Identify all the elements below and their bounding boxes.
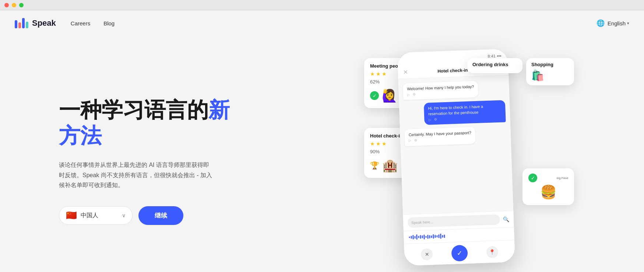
language-selector[interactable]: English ▾ bbox=[608, 20, 629, 26]
nav-links: Careers Blog bbox=[71, 20, 597, 26]
message-1: Welcome! How many I help you today? ▷ ⚙ bbox=[403, 81, 478, 100]
continue-button[interactable]: 继续 bbox=[138, 206, 183, 225]
food-emoji: 🍔 bbox=[528, 185, 568, 200]
phone-screen: 8:41 ▪▪▪ ✕ Hotel check-in Welcome! How m… bbox=[397, 49, 515, 266]
message-3-text: Certainly. May I have your passport? bbox=[409, 130, 472, 137]
chevron-down-icon: ▾ bbox=[627, 21, 629, 26]
mic-button[interactable]: 📍 bbox=[486, 246, 498, 258]
trophy-icon: 🏆 bbox=[370, 161, 379, 170]
ordering-food-card: ✓ ing Food 🍔 bbox=[522, 168, 574, 205]
hero-title: 一种学习语言的新 方法 bbox=[59, 97, 243, 148]
nav-right: 🌐 English ▾ bbox=[597, 19, 629, 27]
hotel-checkin-emoji: 🏨 bbox=[382, 158, 398, 173]
message-1-text: Welcome! How many I help you today? bbox=[407, 84, 474, 91]
check-circle-icon: ✓ bbox=[370, 91, 379, 100]
msg-icon-4: ⚙ bbox=[434, 117, 437, 122]
message-3: Certainly. May I have your passport? ▷ ⚙ bbox=[404, 127, 476, 146]
maximize-button[interactable] bbox=[19, 3, 24, 7]
app-container: Speak Careers Blog 🌐 English ▾ 一种学习语言的新 … bbox=[0, 10, 644, 272]
star-h1: ★ bbox=[370, 141, 375, 147]
phone-area: Meeting people ★ ★ ★ 62% ✓ 🙋‍♀️ Hotel ch… bbox=[349, 29, 644, 272]
accept-button[interactable]: ✓ bbox=[451, 245, 468, 262]
chat-close-icon[interactable]: ✕ bbox=[403, 68, 408, 75]
language-label: English bbox=[608, 20, 626, 26]
hero-title-part1: 一种学习语言的 bbox=[59, 98, 208, 122]
flag-icon: 🇨🇳 bbox=[66, 210, 77, 221]
close-button[interactable] bbox=[4, 3, 9, 7]
logo-bar-3 bbox=[22, 18, 25, 28]
chat-header-title: Hotel check-in bbox=[437, 67, 468, 74]
nav-blog[interactable]: Blog bbox=[103, 20, 115, 26]
hero-title-part2: 新 bbox=[208, 98, 230, 122]
selected-language: 中国人 bbox=[81, 212, 118, 219]
logo[interactable]: Speak bbox=[15, 18, 56, 28]
message-2: Hi, I'm here to check in. I have a reser… bbox=[424, 100, 506, 125]
globe-icon: 🌐 bbox=[597, 19, 605, 27]
message-2-text: Hi, I'm here to check in. I have a reser… bbox=[428, 104, 483, 116]
star-1: ★ bbox=[370, 71, 375, 77]
food-check-icon: ✓ bbox=[528, 173, 537, 182]
msg-icon-3: ▷ bbox=[428, 117, 431, 122]
star-3: ★ bbox=[382, 71, 387, 77]
status-time: 8:41 bbox=[488, 54, 496, 58]
msg-icon-1: ▷ bbox=[407, 92, 410, 97]
meeting-people-emoji: 🙋‍♀️ bbox=[382, 88, 397, 103]
logo-bar-4 bbox=[26, 22, 28, 28]
message-2-meta: ▷ ⚙ bbox=[428, 115, 502, 122]
ordering-drinks-card: Ordering drinks bbox=[467, 58, 522, 73]
logo-icon bbox=[15, 18, 28, 28]
ordering-food-title: ing Food bbox=[557, 176, 568, 180]
logo-text: Speak bbox=[32, 18, 56, 28]
ordering-food-inner: ✓ ing Food 🍔 bbox=[528, 173, 568, 200]
signal-icon: ▪▪▪ bbox=[497, 54, 502, 58]
hero-content: 一种学习语言的新 方法 谈论任何事情并从世界上最先进的 AI 语言导师那里获得即… bbox=[59, 97, 243, 225]
chat-messages: Welcome! How many I help you today? ▷ ⚙ … bbox=[398, 75, 513, 214]
hero-actions: 🇨🇳 中国人 ∨ 继续 bbox=[59, 206, 243, 225]
msg-icon-5: ▷ bbox=[409, 138, 411, 143]
star-2: ★ bbox=[376, 71, 381, 77]
hero-subtitle: 谈论任何事情并从世界上最先进的 AI 语言导师那里获得即时反馈。Speak 尚不… bbox=[59, 160, 214, 190]
chat-input-placeholder: Speak here... bbox=[411, 220, 433, 225]
window-chrome bbox=[0, 0, 644, 10]
hero-title-part3: 方法 bbox=[59, 124, 102, 147]
nav-careers[interactable]: Careers bbox=[71, 20, 90, 26]
star-h2: ★ bbox=[376, 141, 381, 147]
reject-button[interactable]: ✕ bbox=[421, 248, 433, 260]
message-1-meta: ▷ ⚙ bbox=[407, 90, 474, 97]
msg-icon-6: ⚙ bbox=[414, 138, 417, 143]
shopping-emoji: 🛍️ bbox=[531, 69, 569, 82]
phone-device: 8:41 ▪▪▪ ✕ Hotel check-in Welcome! How m… bbox=[397, 49, 515, 266]
phone-bottom: ✕ ✓ 📍 bbox=[404, 240, 515, 266]
shopping-card: Shopping 🛍️ bbox=[526, 58, 574, 85]
food-row: ✓ ing Food bbox=[528, 173, 568, 182]
star-h3: ★ bbox=[382, 141, 387, 147]
minimize-button[interactable] bbox=[12, 3, 16, 7]
logo-bar-2 bbox=[18, 22, 21, 28]
message-3-meta: ▷ ⚙ bbox=[409, 136, 472, 143]
language-select-dropdown[interactable]: 🇨🇳 中国人 ∨ bbox=[59, 206, 133, 225]
select-chevron-icon: ∨ bbox=[122, 212, 126, 218]
ordering-drinks-title: Ordering drinks bbox=[472, 62, 517, 67]
msg-icon-2: ⚙ bbox=[413, 92, 416, 97]
shopping-title: Shopping bbox=[531, 62, 569, 67]
search-icon[interactable]: 🔍 bbox=[503, 216, 510, 222]
chat-input[interactable]: Speak here... bbox=[408, 214, 500, 228]
hero-section: 一种学习语言的新 方法 谈论任何事情并从世界上最先进的 AI 语言导师那里获得即… bbox=[0, 36, 644, 271]
logo-bar-1 bbox=[15, 20, 17, 28]
